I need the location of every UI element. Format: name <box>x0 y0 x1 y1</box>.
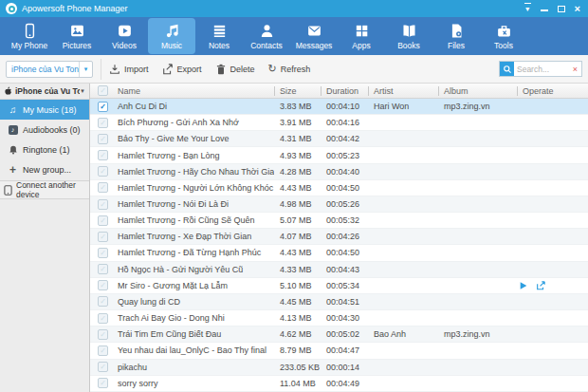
maximize-button[interactable] <box>558 6 565 12</box>
cell-artist: Hari Won <box>368 99 438 114</box>
select-all-checkbox[interactable]: ✓ <box>98 85 108 96</box>
tab-tools[interactable]: Tools <box>480 18 527 54</box>
cell-operate <box>517 343 588 358</box>
tab-label: Files <box>448 41 465 50</box>
row-checkbox[interactable]: ✓ <box>98 102 108 112</box>
column-header-album[interactable]: Album <box>438 84 517 98</box>
row-checkbox[interactable]: ✓ <box>98 280 108 290</box>
files-icon <box>449 23 465 39</box>
sidebar-item-ringtone[interactable]: Ringtone (1) <box>0 140 89 159</box>
export-button[interactable]: Export <box>162 64 202 75</box>
table-row[interactable]: ✓Yeu nhau dai lau_OnlyC - Bao Thy final8… <box>90 343 588 359</box>
tab-contacts[interactable]: Contacts <box>243 18 290 54</box>
cell-artist <box>368 245 438 260</box>
cell-name: Anh Cu Di Di <box>116 99 274 114</box>
cell-operate <box>517 327 588 342</box>
table-row[interactable]: ✓Hồ Ngọc Hà - Gửi Người Yêu Cũ4.33 MB00:… <box>90 262 588 278</box>
row-checkbox[interactable]: ✓ <box>98 378 108 388</box>
tab-videos[interactable]: Videos <box>101 18 148 54</box>
cell-duration: 00:04:10 <box>321 99 368 114</box>
tab-notes[interactable]: Notes <box>195 18 243 54</box>
table-row[interactable]: ✓Hamlet Trương - Nói Đi Là Đi4.98 MB00:0… <box>90 196 588 213</box>
export-to-device-icon[interactable] <box>536 281 545 290</box>
row-checkbox[interactable]: ✓ <box>98 232 108 242</box>
tab-files[interactable]: Files <box>432 18 480 54</box>
cell-album <box>438 294 517 309</box>
tab-messages[interactable]: Messages <box>290 18 338 54</box>
minimize-button[interactable] <box>541 9 548 11</box>
row-checkbox[interactable]: ✓ <box>98 296 108 307</box>
tab-label: Apps <box>352 41 370 50</box>
table-row[interactable]: ✓Trach Ai Bay Gio - Dong Nhi4.13 MB00:04… <box>90 310 588 327</box>
cell-name: Quay lung di CD <box>116 294 274 309</box>
import-label: Import <box>124 65 149 74</box>
delete-label: Delete <box>230 65 255 74</box>
column-header-name[interactable]: Name <box>116 84 274 98</box>
row-checkbox[interactable]: ✓ <box>98 118 108 128</box>
table-row[interactable]: ✓Bích Phương - Gửi Anh Xa Nhớ3.91 MB00:0… <box>90 115 588 131</box>
import-button[interactable]: Import <box>109 64 149 75</box>
row-checkbox[interactable]: ✓ <box>98 150 108 160</box>
close-button[interactable]: × <box>575 4 580 13</box>
column-header-duration[interactable]: Duration <box>321 84 368 98</box>
table-row[interactable]: ✓Anh Cu Di Di3.83 MB00:04:10Hari Wonmp3.… <box>90 99 588 115</box>
messages-icon <box>306 23 322 39</box>
row-checkbox[interactable]: ✓ <box>98 329 108 340</box>
sidebar-item-audiobooks[interactable]: ♪ Audiobooks (0) <box>0 120 89 140</box>
play-icon[interactable] <box>519 281 528 290</box>
row-checkbox[interactable]: ✓ <box>98 264 108 274</box>
row-checkbox[interactable]: ✓ <box>98 313 108 324</box>
table-row[interactable]: ✓Hamlet Trương - Hãy Cho Nhau Thời Gian4… <box>90 164 588 180</box>
tab-music[interactable]: Music <box>148 18 195 54</box>
search-clear-icon[interactable]: × <box>573 65 581 74</box>
cell-operate <box>517 376 588 391</box>
tab-my-phone[interactable]: My Phone <box>6 18 53 54</box>
row-checkbox[interactable]: ✓ <box>98 166 108 177</box>
table-row[interactable]: ✓Trái Tim Em Cũng Biết Đau4.62 MB00:05:0… <box>90 327 588 343</box>
column-header-artist[interactable]: Artist <box>368 84 438 98</box>
sidebar-item-my-music[interactable]: ♫ My Music (18) <box>0 100 89 120</box>
sidebar-item-new-group[interactable]: + New group... <box>0 159 89 179</box>
cell-duration: 00:04:26 <box>321 229 368 244</box>
row-checkbox[interactable]: ✓ <box>98 134 108 144</box>
tab-apps[interactable]: Apps <box>338 18 385 54</box>
row-checkbox[interactable]: ✓ <box>98 362 108 372</box>
cell-size: 233.05 KB <box>274 360 321 375</box>
cell-size: 8.79 MB <box>274 343 321 358</box>
search-icon[interactable] <box>500 62 514 76</box>
menu-dropdown-icon[interactable]: ▼ <box>524 3 531 14</box>
row-checkbox[interactable]: ✓ <box>98 345 108 356</box>
row-checkbox[interactable]: ✓ <box>98 215 108 226</box>
column-header-operate[interactable]: Operate <box>517 84 588 98</box>
tab-books[interactable]: Books <box>385 18 432 54</box>
cell-name: Hamlet Trương - Nói Đi Là Đi <box>116 196 274 212</box>
sidebar-device-header[interactable]: iPhone của Vu Tong ▼ <box>0 84 89 100</box>
table-row[interactable]: ✓Hamlet Trương - Xe Đạp Thời Gian4.07 MB… <box>90 229 588 245</box>
row-checkbox[interactable]: ✓ <box>98 199 108 210</box>
cell-duration: 00:05:26 <box>321 196 368 212</box>
table-row[interactable]: ✓sorry sorry11.04 MB00:04:49 <box>90 376 588 392</box>
table-row[interactable]: ✓Bảo Thy - Give Me Your Love4.31 MB00:04… <box>90 131 588 147</box>
table-row[interactable]: ✓Hamlet Trương - Đã Từng Hạnh Phúc4.43 M… <box>90 245 588 261</box>
cell-album <box>438 360 517 375</box>
row-checkbox[interactable]: ✓ <box>98 248 108 258</box>
tab-label: My Phone <box>11 41 47 50</box>
table-row[interactable]: ✓pikachu233.05 KB00:00:14 <box>90 360 588 376</box>
table-row[interactable]: ✓Hamlet Trương - Bạn Lòng4.93 MB00:05:23 <box>90 147 588 163</box>
row-checkbox[interactable]: ✓ <box>98 182 108 193</box>
table-row[interactable]: ✓Mr Siro - Gương Mặt Lạ Lẫm5.10 MB00:05:… <box>90 278 588 294</box>
refresh-button[interactable]: ↻ Refresh <box>268 64 311 74</box>
table-row[interactable]: ✓Quay lung di CD4.45 MB00:04:51 <box>90 294 588 310</box>
column-header-size[interactable]: Size <box>274 84 321 98</box>
delete-button[interactable]: Delete <box>215 64 255 75</box>
connect-another-device[interactable]: Connect another device <box>0 180 89 199</box>
table-row[interactable]: ✓Hamlet Trương - Người Lớn Không Khóc4.4… <box>90 180 588 196</box>
search-input[interactable] <box>514 65 573 74</box>
cell-artist <box>368 115 438 130</box>
device-selector[interactable]: iPhone của Vu Tong ▼ <box>6 61 93 78</box>
tab-pictures[interactable]: Pictures <box>53 18 101 54</box>
cell-artist <box>368 294 438 309</box>
table-row[interactable]: ✓Hamlet Trương - Rồi Cũng Sẽ Quên5.07 MB… <box>90 213 588 229</box>
cell-artist <box>368 262 438 277</box>
sidebar: iPhone của Vu Tong ▼ ♫ My Music (18) ♪ A… <box>0 84 90 392</box>
